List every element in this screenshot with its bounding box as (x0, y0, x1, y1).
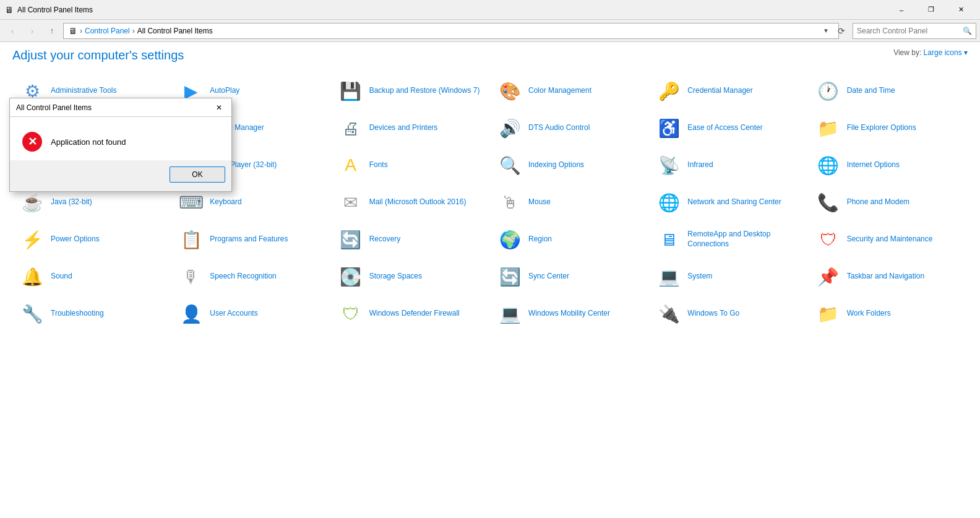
cp-item-user-accounts[interactable]: 👤User Accounts (171, 295, 330, 332)
cp-item-windows-to-go[interactable]: 🔌Windows To Go (649, 295, 808, 332)
cp-item-infrared[interactable]: 📡Infrared (649, 147, 808, 184)
maximize-button[interactable]: ❐ (917, 0, 945, 20)
cp-item-ease-of-access-center[interactable]: ♿Ease of Access Center (649, 110, 808, 147)
cp-item-credential-manager[interactable]: 🔑Credential Manager (649, 72, 808, 110)
cp-item-label: DTS Audio Control (528, 123, 590, 133)
cp-item-indexing-options[interactable]: 🔍Indexing Options (490, 147, 649, 184)
cp-item-icon: 💻 (656, 264, 681, 289)
cp-item-icon: 🖨 (338, 116, 363, 140)
cp-item-icon: 📌 (816, 264, 841, 289)
cp-item-label: User Accounts (210, 309, 257, 319)
dialog-message: Application not found (51, 137, 126, 147)
breadcrumb: 🖥 › Control Panel › All Control Panel It… (63, 23, 839, 39)
cp-item-icon: 📞 (816, 190, 841, 215)
cp-item-windows-defender-firewall[interactable]: 🛡Windows Defender Firewall (331, 295, 490, 332)
cp-item-phone-and-modem[interactable]: 📞Phone and Modem (809, 184, 968, 221)
cp-item-label: Windows To Go (687, 309, 739, 319)
cp-item-label: Mail (Microsoft Outlook 2016) (369, 197, 466, 207)
cp-item-icon: 🎨 (497, 79, 522, 103)
cp-item-power-options[interactable]: ⚡Power Options (12, 221, 171, 258)
cp-item-devices-and-printers[interactable]: 🖨Devices and Printers (331, 110, 490, 147)
cp-item-label: Windows Defender Firewall (369, 309, 460, 319)
title-bar-icon: 🖥 (5, 5, 14, 15)
cp-item-icon: 🔧 (20, 301, 45, 326)
error-icon: ✕ (22, 132, 42, 152)
cp-item-dts-audio-control[interactable]: 🔊DTS Audio Control (490, 110, 649, 147)
breadcrumb-control-panel[interactable]: Control Panel (85, 27, 130, 35)
view-by-link[interactable]: Large icons ▾ (924, 48, 968, 57)
search-box: 🔍 (853, 23, 976, 39)
cp-item-icon: ☕ (20, 190, 45, 215)
cp-item-security-and-maintenance[interactable]: 🛡Security and Maintenance (809, 221, 968, 258)
cp-item-label: Fonts (369, 160, 388, 170)
cp-item-taskbar-and-navigation[interactable]: 📌Taskbar and Navigation (809, 258, 968, 295)
cp-item-storage-spaces[interactable]: 💽Storage Spaces (331, 258, 490, 295)
cp-item-sync-center[interactable]: 🔄Sync Center (490, 258, 649, 295)
cp-item-work-folders[interactable]: 📁Work Folders (809, 295, 968, 332)
cp-item-recovery[interactable]: 🔄Recovery (331, 221, 490, 258)
cp-item-label: Storage Spaces (369, 272, 422, 282)
search-input[interactable] (857, 27, 963, 35)
refresh-button[interactable]: ⟳ (833, 23, 850, 39)
cp-item-label: Security and Maintenance (847, 235, 933, 244)
back-button[interactable]: ‹ (4, 22, 21, 40)
cp-item-windows-mobility-center[interactable]: 💻Windows Mobility Center (490, 295, 649, 332)
cp-item-mouse[interactable]: 🖱Mouse (490, 184, 649, 221)
cp-item-label: File Explorer Options (847, 123, 916, 133)
dialog-title-bar: All Control Panel Items ✕ (10, 98, 231, 117)
cp-item-label: Windows Mobility Center (528, 309, 610, 319)
breadcrumb-current: All Control Panel Items (137, 27, 213, 35)
cp-item-icon: 📁 (816, 116, 841, 140)
cp-item-date-and-time[interactable]: 🕐Date and Time (809, 72, 968, 110)
cp-item-label: Mouse (528, 197, 551, 207)
cp-item-icon: 💾 (338, 79, 363, 103)
cp-item-icon: 🔄 (338, 227, 363, 252)
cp-item-icon: 📁 (816, 301, 841, 326)
cp-item-label: System (687, 272, 712, 282)
cp-item-sound[interactable]: 🔔Sound (12, 258, 171, 295)
cp-item-label: Backup and Restore (Windows 7) (369, 86, 480, 96)
cp-item-icon: 🌍 (497, 227, 522, 252)
cp-item-internet-options[interactable]: 🌐Internet Options (809, 147, 968, 184)
cp-item-system[interactable]: 💻System (649, 258, 808, 295)
cp-item-mail-microsoft-outlook-2016-[interactable]: ✉Mail (Microsoft Outlook 2016) (331, 184, 490, 221)
cp-item-label: Region (528, 235, 552, 244)
title-bar-text: All Control Panel Items (17, 6, 93, 14)
cp-item-label: RemoteApp and Desktop Connections (687, 230, 801, 249)
cp-item-label: Sync Center (528, 272, 569, 282)
cp-item-label: Speech Recognition (210, 272, 276, 282)
cp-item-icon: 🔑 (656, 79, 681, 103)
forward-button[interactable]: › (24, 22, 41, 40)
cp-item-label: Power Options (51, 235, 100, 244)
cp-item-icon: A (338, 153, 363, 178)
cp-item-label: Internet Options (847, 160, 900, 170)
cp-item-icon: 🌐 (656, 190, 681, 215)
cp-item-speech-recognition[interactable]: 🎙Speech Recognition (171, 258, 330, 295)
cp-item-label: Taskbar and Navigation (847, 272, 924, 282)
cp-item-icon: 🔊 (497, 116, 522, 140)
cp-item-network-and-sharing-center[interactable]: 🌐Network and Sharing Center (649, 184, 808, 221)
cp-item-fonts[interactable]: AFonts (331, 147, 490, 184)
minimize-button[interactable]: – (887, 0, 916, 20)
cp-item-programs-and-features[interactable]: 📋Programs and Features (171, 221, 330, 258)
cp-item-icon: 📋 (179, 227, 204, 252)
dialog-close-button[interactable]: ✕ (213, 101, 225, 114)
up-button[interactable]: ↑ (43, 22, 61, 40)
cp-item-troubleshooting[interactable]: 🔧Troubleshooting (12, 295, 171, 332)
cp-item-color-management[interactable]: 🎨Color Management (490, 72, 649, 110)
title-bar: 🖥 All Control Panel Items – ❐ ✕ (0, 0, 980, 20)
cp-item-icon: 🔔 (20, 264, 45, 289)
cp-item-backup-and-restore-windows-7-[interactable]: 💾Backup and Restore (Windows 7) (331, 72, 490, 110)
cp-item-label: Troubleshooting (51, 309, 104, 319)
address-bar: ‹ › ↑ 🖥 › Control Panel › All Control Pa… (0, 20, 980, 42)
cp-item-region[interactable]: 🌍Region (490, 221, 649, 258)
cp-item-icon: 🖥 (656, 227, 681, 252)
cp-item-file-explorer-options[interactable]: 📁File Explorer Options (809, 110, 968, 147)
cp-item-remoteapp-and-desktop-connections[interactable]: 🖥RemoteApp and Desktop Connections (649, 221, 808, 258)
dialog-ok-button[interactable]: OK (170, 166, 225, 183)
cp-item-label: Infrared (687, 160, 713, 170)
cp-item-icon: ⌨ (179, 190, 204, 215)
cp-item-label: Color Management (528, 86, 591, 96)
cp-item-label: Administrative Tools (51, 86, 117, 96)
close-button[interactable]: ✕ (947, 0, 975, 20)
